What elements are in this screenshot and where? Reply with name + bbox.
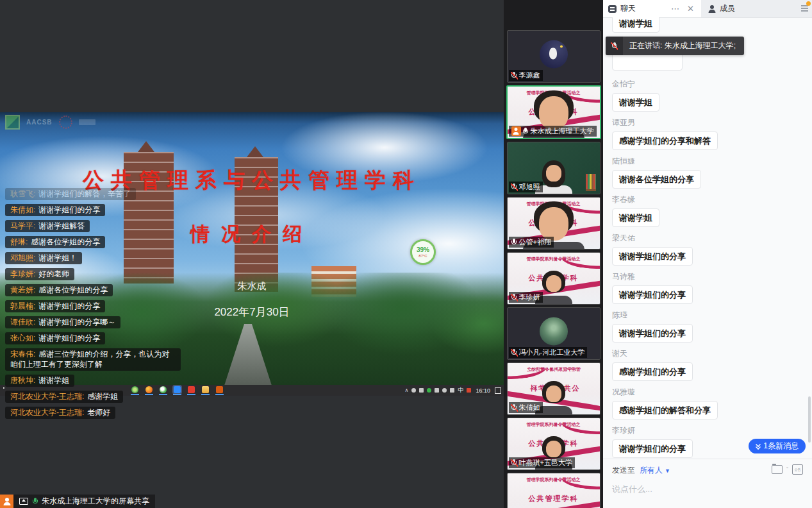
overlay-sender-name: 李珍妍: [10, 269, 35, 278]
powerpoint-icon [216, 386, 223, 393]
tab-chat[interactable]: 聊天 ⋯ ✕ [603, 0, 701, 17]
overlay-sender-name: 河北农业大学-王志瑞: [10, 392, 84, 401]
caret-down-icon[interactable]: ▼ [665, 468, 670, 474]
participant-name-bar: 邓旭照 [509, 182, 543, 192]
temperature-percent: 39% [417, 247, 429, 253]
overlay-chat-message: 朱倩如:谢谢学姐们的分享 [5, 204, 105, 216]
chat-sender-name: 李珍妍 [612, 425, 803, 436]
person-icon [2, 496, 12, 506]
overlay-sender-name: 邓旭照: [10, 253, 35, 262]
overlay-sender-name: 舒琳: [10, 237, 28, 246]
tray-green-app-icon [427, 388, 431, 393]
overlay-sender-name: 郭晨楠: [10, 301, 35, 310]
chat-bubble: 谢谢学姐们的分享 [612, 324, 693, 343]
chat-message: 陆恒婕 谢谢各位学姐的分享 [612, 156, 803, 189]
meeting-window: AACSB 公共管理系与公共管理学科 情况介绍 朱水成 2022年7月30日 3… [0, 0, 812, 508]
tray-chevron-icon: ∧ [405, 388, 409, 393]
overlay-chat-message: 唐秋坤:谢谢学姐 [5, 375, 74, 387]
tab-members[interactable]: 成员 [701, 0, 798, 17]
overlay-message-text: 老师好 [87, 408, 110, 417]
slide-logos: AACSB [5, 115, 95, 130]
participant-tile[interactable]: 管理学院系列暑令营活动之 公共管理学科 邓旭照 [507, 142, 601, 194]
chat-message: 李春缘 谢谢学姐 [612, 194, 803, 227]
participant-tile[interactable]: 管理学院系列暑令营活动之 公共管理学科 朱水成上海理工大学 [506, 85, 601, 139]
tray-window-icon [495, 387, 501, 394]
message-input[interactable]: 说点什么... [612, 484, 803, 495]
wps-icon [188, 386, 195, 393]
overlay-message-text: 谢谢学姐们的分享 [38, 334, 100, 343]
announcement-icon[interactable]: 公告 [792, 464, 803, 475]
participant-mic-icon [511, 239, 517, 246]
double-chevron-down-icon [756, 443, 761, 449]
notification-bell-icon [411, 388, 416, 393]
panel-corner-toggle[interactable] [798, 0, 812, 17]
overlay-chat-message: 舒琳:感谢各位学姐的分享 [5, 236, 105, 248]
chat-sender-name: 陆恒婕 [612, 156, 803, 167]
chat-bubble: 谢谢学姐 [612, 208, 659, 227]
overlay-message-text: 好的老师 [38, 269, 69, 278]
sharer-mic-icon [32, 498, 38, 505]
participant-video-slide: 管理学院系列暑令营活动之 公共管理学科 [508, 473, 600, 508]
panel-header: 聊天 ⋯ ✕ 成员 [603, 0, 812, 18]
folder-chevron-icon[interactable]: ˇ [786, 466, 788, 473]
participant-tile[interactable]: 管理学院系列暑令营活动之 公共管理学科 叶燕琪+五邑大学 [507, 418, 601, 470]
chat-bubble: 谢谢各位学姐的分享 [612, 170, 701, 189]
obscured-message-bubble [612, 53, 683, 71]
overlay-sender-name: 马学平: [10, 221, 35, 230]
overlay-message-text: 感谢学姐 [87, 392, 118, 401]
temperature-widget: 39% 87°C [410, 239, 436, 265]
participant-name: 冯小凡-河北工业大学 [519, 348, 585, 357]
overlay-sender-name: 河北农业大学-王志瑞: [10, 408, 84, 417]
overlay-sender-name: 宋春伟: [10, 350, 35, 359]
chat-bubble: 谢谢学姐 [612, 93, 659, 112]
speaking-toast-text: 正在讲话: 朱水成上海理工大学; [623, 40, 742, 51]
new-message-button[interactable]: 1条新消息 [749, 439, 806, 453]
chat-message: 谭亚男 感谢学姐们的分享和解答 [612, 117, 803, 150]
close-icon[interactable]: ✕ [685, 4, 696, 13]
compose-area: 发送至 所有人 ▼ ˇ 公告 说点什么... [603, 459, 812, 508]
participant-name-bar: 叶燕琪+五邑大学 [509, 457, 575, 468]
participant-tile[interactable]: 管理学院系列暑令营活动之 公共管理学科 李源鑫 [507, 30, 601, 83]
chat-scrollbar[interactable] [808, 396, 811, 443]
chat-bubble: 谢谢学姐们的分享 [612, 247, 693, 266]
overlay-chat-message: 谭佳欣:谢谢学姐们的分享哪～ [5, 316, 120, 328]
temperature-degrees: 87°C [418, 254, 427, 258]
history-folder-icon[interactable] [772, 465, 783, 474]
thumb-slide-title: 公共管理学科 [508, 494, 600, 504]
overlay-chat-message: 河北农业大学-王志瑞:感谢学姐 [5, 391, 123, 403]
chat-message-list[interactable]: 谢谢学姐 刘 金怡宁 谢谢学姐 谭亚男 感谢学姐们的分享和解答 [603, 17, 812, 459]
taskbar-clock: 16:10 [476, 387, 490, 394]
overlay-chat-message: 宋春伟:感谢三位学姐的介绍，分享，也认为对咱们上理工有了更深刻了解 [5, 348, 181, 371]
send-to-selector[interactable]: 所有人 [640, 465, 663, 476]
overlay-sender-name: 耿雪飞: [10, 189, 35, 198]
overlay-sender-name: 张心如: [10, 334, 35, 343]
chat-message: 马诗雅 谢谢学姐们的分享 [612, 271, 803, 304]
shared-screen-area: AACSB 公共管理系与公共管理学科 情况介绍 朱水成 2022年7月30日 3… [0, 0, 504, 508]
participant-tile[interactable]: 管理学院系列暑令营活动之 公共管理学科 李珍妍 [507, 252, 601, 305]
overlay-message-text: 谢谢学姐们的分享 [38, 205, 100, 214]
chat-bubble: 感谢学姐们的分享和解答 [612, 131, 718, 150]
participant-tile[interactable]: 管理学院系列暑令营活动之 公共管理学科 [507, 473, 601, 508]
participant-tile[interactable]: 管理学院系列暑令营活动之 公共管理学科 公管+祁翔 [507, 197, 601, 250]
overlay-message-text: 谢谢学姐解答 [38, 221, 85, 230]
share-banner-body: 朱水成上海理工大学的屏幕共享 [13, 495, 155, 508]
chat-sender-name: 马诗雅 [612, 271, 803, 282]
sharer-avatar-badge [0, 495, 13, 508]
participant-tile[interactable]: 管理学院系列暑令营活动之 公共管理学科 冯小凡-河北工业大学 [507, 307, 601, 360]
overlay-chat-message: 邓旭照:谢谢学姐！ [5, 252, 82, 264]
participant-mic-icon [523, 128, 529, 135]
participant-tile[interactable]: 管理学院系列暑令营活动之 公共管理学科 朱倩如 [507, 362, 601, 415]
participant-name: 公管+祁翔 [519, 237, 551, 247]
speaking-toast: 正在讲话: 朱水成上海理工大学; [606, 37, 744, 55]
overlay-message-text: 谢谢学姐们的分享哪～ [38, 318, 115, 326]
chat-tab-label: 聊天 [620, 3, 636, 14]
ime-indicator: 中 [458, 386, 463, 394]
chat-sender-name: 谢天 [612, 348, 803, 359]
overlay-message-text: 谢谢学姐们的解答，辛苦了 [38, 189, 131, 198]
new-message-label: 1条新消息 [763, 441, 799, 452]
participant-name-bar: 公管+祁翔 [509, 237, 554, 248]
slide-swoosh-top [560, 473, 601, 493]
overlay-sender-name: 谭佳欣: [10, 318, 35, 326]
overlay-sender-name: 唐秋坤: [10, 376, 35, 385]
more-icon[interactable]: ⋯ [669, 4, 681, 13]
